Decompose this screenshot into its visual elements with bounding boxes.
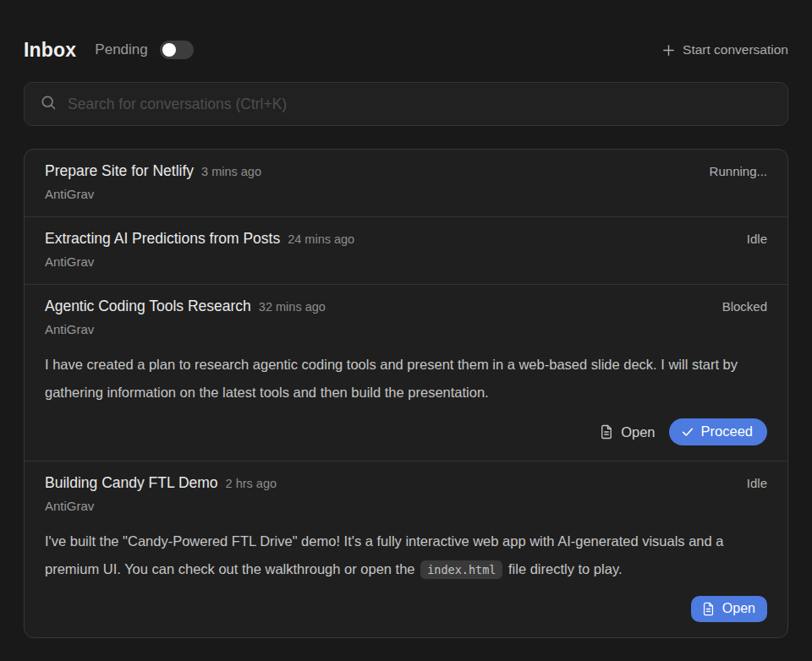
- start-conversation-button[interactable]: Start conversation: [661, 42, 788, 57]
- conversation-time: 2 hrs ago: [226, 477, 277, 490]
- pending-toggle[interactable]: [160, 41, 194, 59]
- conversation-agent: AntiGrav: [45, 254, 767, 269]
- open-button-label: Open: [722, 601, 755, 616]
- conversation-time: 24 mins ago: [288, 232, 354, 246]
- conversation-agent: AntiGrav: [45, 322, 767, 336]
- header: Inbox Pending Start conversation: [24, 37, 788, 63]
- conversation-list: Prepare Site for Netlify 3 mins ago Runn…: [24, 149, 788, 638]
- status-badge: Running...: [710, 164, 767, 178]
- status-badge: Idle: [747, 232, 767, 246]
- plus-icon: [661, 43, 676, 57]
- item-header-row: Building Candy FTL Demo 2 hrs ago Idle: [45, 474, 767, 492]
- conversation-title: Building Candy FTL Demo: [45, 474, 218, 492]
- item-actions: Open: [45, 596, 767, 622]
- search-bar[interactable]: [24, 82, 788, 126]
- status-badge: Idle: [747, 476, 767, 490]
- conversation-item-candy-ftl-demo[interactable]: Building Candy FTL Demo 2 hrs ago Idle A…: [25, 461, 787, 637]
- file-text-icon: [599, 424, 614, 440]
- open-button[interactable]: Open: [691, 596, 767, 622]
- conversation-agent: AntiGrav: [45, 499, 767, 513]
- conversation-agent: AntiGrav: [45, 187, 767, 201]
- conversation-message: I've built the "Candy-Powered FTL Drive"…: [45, 527, 767, 584]
- open-button[interactable]: Open: [597, 420, 656, 445]
- conversation-title: Agentic Coding Tools Research: [45, 298, 251, 315]
- search-input[interactable]: [68, 96, 772, 113]
- item-header-row: Agentic Coding Tools Research 32 mins ag…: [45, 298, 767, 315]
- proceed-button-label: Proceed: [701, 423, 753, 440]
- conversation-item-prepare-site[interactable]: Prepare Site for Netlify 3 mins ago Runn…: [25, 150, 787, 216]
- conversation-time: 32 mins ago: [259, 300, 326, 314]
- conversation-title: Extracting AI Predictions from Posts: [45, 230, 280, 248]
- conversation-item-extracting-predictions[interactable]: Extracting AI Predictions from Posts 24 …: [25, 216, 787, 284]
- message-text-after: file directly to play.: [508, 561, 623, 576]
- conversation-title: Prepare Site for Netlify: [45, 162, 194, 180]
- proceed-button[interactable]: Proceed: [669, 418, 767, 445]
- open-button-label: Open: [621, 424, 655, 440]
- item-header-row: Prepare Site for Netlify 3 mins ago Runn…: [45, 162, 767, 180]
- item-actions: Open Proceed: [45, 418, 767, 445]
- toggle-knob: [162, 43, 176, 57]
- conversation-item-agentic-coding-research[interactable]: Agentic Coding Tools Research 32 mins ag…: [25, 284, 787, 461]
- search-icon: [40, 94, 57, 114]
- start-conversation-label: Start conversation: [683, 42, 788, 57]
- status-badge: Blocked: [722, 299, 767, 314]
- item-header-row: Extracting AI Predictions from Posts 24 …: [45, 230, 767, 248]
- code-chip: index.html: [420, 560, 502, 579]
- file-text-icon: [701, 602, 716, 616]
- conversation-message: I have created a plan to research agenti…: [45, 351, 767, 407]
- conversation-time: 3 mins ago: [201, 165, 261, 178]
- page-title: Inbox: [24, 39, 76, 62]
- check-icon: [681, 425, 694, 439]
- pending-filter-label: Pending: [95, 41, 147, 58]
